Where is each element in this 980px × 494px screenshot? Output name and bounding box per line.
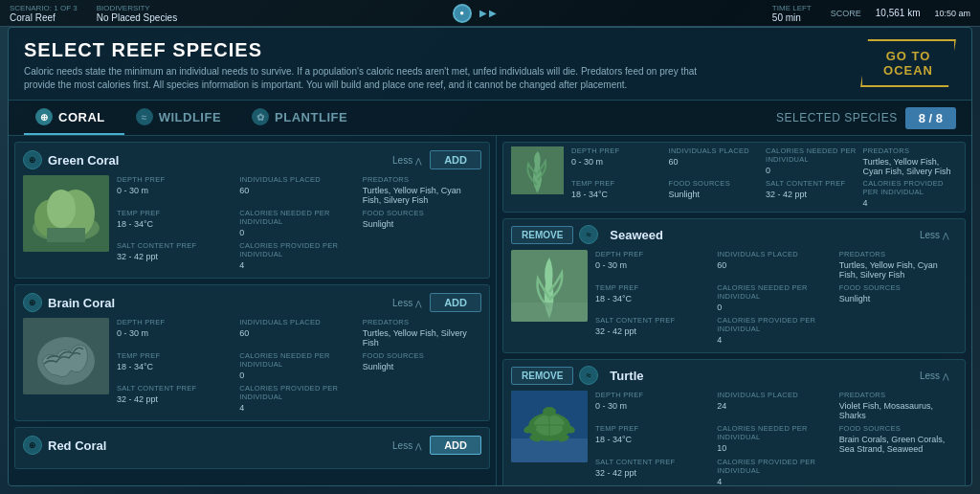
svg-point-17 bbox=[543, 407, 556, 416]
partial-seaweed-image bbox=[511, 146, 564, 194]
scenario-label: SCENARIO: 1 of 3 bbox=[10, 4, 78, 12]
tab-plantlife[interactable]: ✿ PLANTLIFE bbox=[240, 101, 367, 135]
coral-tab-icon: ⊕ bbox=[35, 108, 53, 125]
selected-species-label: SELECTED SPECIES bbox=[776, 111, 898, 124]
time-label: TIME LEFT bbox=[772, 4, 812, 12]
panel-header: SELECT REEF SPECIES Caloric needs state … bbox=[9, 28, 971, 101]
salt-stat: SALT CONTENT PREF 32 - 42 ppt bbox=[117, 241, 235, 270]
predators-stat: PREDATORS Turtles, Yellow Fish, Cyan Fis… bbox=[363, 175, 481, 205]
turtle-less-button[interactable]: Less bbox=[920, 370, 949, 381]
svg-point-4 bbox=[47, 190, 76, 228]
time-value: 50 min bbox=[772, 12, 812, 23]
svg-rect-10 bbox=[511, 303, 588, 322]
seaweed-1-chevron bbox=[943, 230, 949, 240]
cal-needed-stat: CALORIES NEEDED PER INDIVIDUAL 0 bbox=[239, 209, 358, 237]
partial-stats: DEPTH PREF 0 - 30 m INDIVIDUALS PLACED 6… bbox=[571, 146, 957, 208]
brain-coral-stats: DEPTH PREF 0 - 30 m INDIVIDUALS PLACED 6… bbox=[117, 318, 481, 413]
brain-coral-image bbox=[23, 318, 109, 394]
seaweed-1-remove-button[interactable]: REMOVE bbox=[511, 226, 573, 244]
tab-wildlife[interactable]: ≈ WILDLIFE bbox=[124, 101, 240, 135]
tab-coral[interactable]: ⊕ CORAL bbox=[24, 101, 124, 135]
brain-coral-less-chevron bbox=[415, 298, 422, 308]
red-coral-header: ⊕ Red Coral Less ADD bbox=[23, 436, 481, 455]
panel-title: SELECT REEF SPECIES bbox=[24, 39, 860, 61]
score-value: 10,561 km bbox=[876, 8, 921, 18]
tabs-bar: ⊕ CORAL ≈ WILDLIFE ✿ PLANTLIFE SELECTED … bbox=[9, 101, 971, 136]
top-bar: SCENARIO: 1 of 3 Coral Reef BIODIVERSITY… bbox=[0, 0, 980, 27]
turtle-image bbox=[511, 391, 588, 462]
brain-coral-body: DEPTH PREF 0 - 30 m INDIVIDUALS PLACED 6… bbox=[23, 318, 481, 413]
clock-display: 10:50 am bbox=[934, 9, 970, 18]
turtle-header: REMOVE ≈ Turtle Less bbox=[503, 360, 965, 391]
turtle-body: DEPTH PREF 0 - 30 m INDIVIDUALS PLACED 2… bbox=[503, 391, 965, 485]
top-bar-center: ● ▶ ▶ bbox=[196, 4, 753, 23]
turtle-stats: DEPTH PREF 0 - 30 m INDIVIDUALS PLACED 2… bbox=[595, 391, 957, 485]
depth-stat: DEPTH PREF 0 - 30 m bbox=[117, 175, 235, 205]
red-coral-less-button[interactable]: Less bbox=[392, 440, 422, 451]
individuals-stat: INDIVIDUALS PLACED 60 bbox=[239, 175, 358, 205]
location-value: Coral Reef bbox=[10, 12, 78, 23]
red-coral-name: Red Coral bbox=[48, 438, 392, 453]
brain-coral-header: ⊕ Brain Coral Less ADD bbox=[23, 293, 481, 312]
selected-card-seaweed-1: REMOVE ≈ Seaweed Less bbox=[502, 218, 966, 353]
brain-coral-less-button[interactable]: Less bbox=[392, 298, 422, 308]
less-chevron-up bbox=[415, 155, 422, 166]
red-coral-add-button[interactable]: ADD bbox=[430, 436, 481, 455]
green-coral-name: Green Coral bbox=[48, 153, 392, 168]
species-list: ⊕ Green Coral Less ADD bbox=[9, 136, 497, 485]
coral-tab-label: CORAL bbox=[58, 110, 105, 124]
green-coral-less-button[interactable]: Less bbox=[392, 155, 422, 166]
seaweed-1-stats: DEPTH PREF 0 - 30 m INDIVIDUALS PLACED 6… bbox=[595, 250, 957, 345]
seaweed-1-icon: ≈ bbox=[579, 225, 598, 244]
biodiversity-label: BIODIVERSITY bbox=[97, 4, 178, 12]
green-coral-header: ⊕ Green Coral Less ADD bbox=[23, 150, 481, 169]
turtle-name: Turtle bbox=[610, 369, 914, 383]
food-sources-stat: FOOD SOURCES Sunlight bbox=[363, 209, 481, 237]
score-label: SCORE bbox=[831, 9, 861, 18]
plantlife-tab-icon: ✿ bbox=[252, 108, 269, 125]
seaweed-1-image bbox=[511, 250, 588, 322]
brain-coral-add-button[interactable]: ADD bbox=[430, 293, 481, 312]
cal-provided-stat: CALORIES PROVIDED PER INDIVIDUAL 4 bbox=[239, 241, 358, 270]
seaweed-1-name: Seaweed bbox=[610, 228, 914, 242]
biodiversity-section: BIODIVERSITY No Placed Species bbox=[97, 4, 178, 23]
svg-rect-12 bbox=[511, 438, 588, 462]
time-section: TIME LEFT 50 min bbox=[772, 4, 812, 23]
green-coral-body: DEPTH PREF 0 - 30 m INDIVIDUALS PLACED 6… bbox=[23, 175, 481, 270]
go-to-ocean-button[interactable]: GO TOOCEAN bbox=[860, 39, 956, 87]
brain-coral-name: Brain Coral bbox=[48, 296, 392, 310]
panel-header-left: SELECT REEF SPECIES Caloric needs state … bbox=[24, 39, 860, 92]
plantlife-tab-label: PLANTLIFE bbox=[275, 110, 347, 124]
red-coral-less-chevron bbox=[415, 440, 422, 451]
wildlife-tab-label: WILDLIFE bbox=[159, 110, 221, 124]
green-coral-image bbox=[23, 175, 109, 252]
species-card-red-coral: ⊕ Red Coral Less ADD bbox=[14, 427, 490, 469]
green-coral-stats: DEPTH PREF 0 - 30 m INDIVIDUALS PLACED 6… bbox=[117, 175, 481, 270]
seaweed-1-less-button[interactable]: Less bbox=[920, 230, 949, 240]
content-area: ⊕ Green Coral Less ADD bbox=[9, 136, 971, 485]
seaweed-1-body: DEPTH PREF 0 - 30 m INDIVIDUALS PLACED 6… bbox=[503, 250, 965, 352]
seaweed-1-header: REMOVE ≈ Seaweed Less bbox=[503, 219, 965, 250]
species-card-brain-coral: ⊕ Brain Coral Less ADD bbox=[14, 284, 490, 421]
red-coral-icon: ⊕ bbox=[23, 436, 42, 455]
no-placed-species: No Placed Species bbox=[97, 12, 178, 23]
species-count-badge: 8 / 8 bbox=[905, 107, 956, 129]
turtle-icon: ≈ bbox=[579, 366, 598, 385]
green-coral-add-button[interactable]: ADD bbox=[430, 150, 481, 169]
brain-coral-icon: ⊕ bbox=[23, 293, 42, 312]
scenario-section: SCENARIO: 1 of 3 Coral Reef bbox=[10, 4, 78, 23]
arrow-indicator: ▶ ▶ bbox=[479, 8, 498, 18]
temp-stat: TEMP PREF 18 - 34°C bbox=[117, 209, 235, 237]
main-panel: SELECT REEF SPECIES Caloric needs state … bbox=[8, 27, 972, 486]
top-bar-right: SCORE 10,561 km 10:50 am bbox=[831, 8, 970, 18]
green-coral-icon: ⊕ bbox=[23, 150, 42, 169]
selected-panel: DEPTH PREF 0 - 30 m INDIVIDUALS PLACED 6… bbox=[497, 136, 971, 485]
partial-top-card: DEPTH PREF 0 - 30 m INDIVIDUALS PLACED 6… bbox=[502, 142, 966, 213]
turtle-chevron bbox=[943, 370, 949, 381]
selected-card-turtle: REMOVE ≈ Turtle Less bbox=[502, 359, 966, 485]
turtle-remove-button[interactable]: REMOVE bbox=[511, 367, 573, 385]
progress-indicator: ● bbox=[453, 4, 472, 23]
wildlife-tab-icon: ≈ bbox=[136, 108, 153, 125]
species-card-green-coral: ⊕ Green Coral Less ADD bbox=[14, 142, 490, 279]
panel-description: Caloric needs state the minimum an indiv… bbox=[24, 65, 713, 92]
